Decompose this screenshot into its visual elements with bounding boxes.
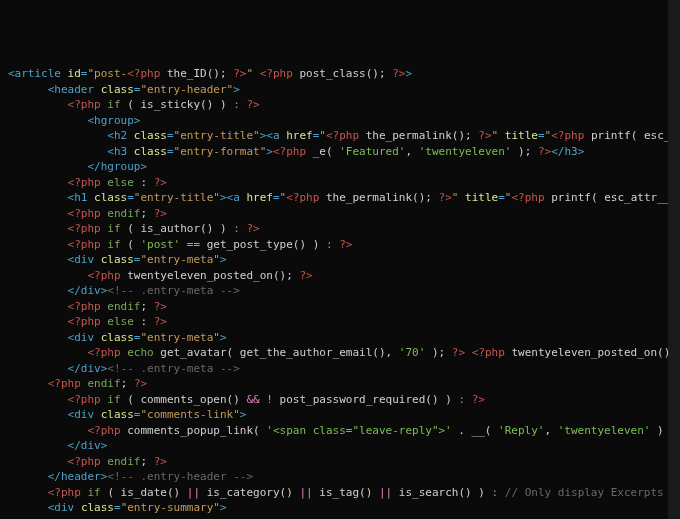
code-token: "entry-title" bbox=[174, 129, 260, 142]
code-token: = bbox=[167, 145, 174, 158]
code-token: ?> bbox=[538, 145, 551, 158]
code-token: > bbox=[405, 67, 412, 80]
code-token: </h3> bbox=[551, 145, 584, 158]
code-token: <?php bbox=[87, 346, 127, 359]
code-token: || bbox=[379, 486, 392, 499]
code-token: <h1 bbox=[68, 191, 95, 204]
code-token: <?php bbox=[273, 145, 313, 158]
code-token: endif bbox=[107, 300, 140, 313]
code-token: > bbox=[233, 83, 240, 96]
code-token: ?> bbox=[154, 176, 167, 189]
code-token: is_category() bbox=[200, 486, 299, 499]
code-token: printf( esc_attr__( bbox=[551, 191, 680, 204]
code-token: if bbox=[107, 238, 127, 251]
code-token: ?> bbox=[154, 315, 167, 328]
code-token: </div> bbox=[68, 284, 108, 297]
code-token: ?> bbox=[134, 377, 147, 390]
code-token: echo bbox=[127, 346, 160, 359]
code-token: twentyeleven_posted_on(); bbox=[511, 346, 680, 359]
code-token: <?php bbox=[551, 129, 591, 142]
code-token: = bbox=[273, 191, 280, 204]
code-token: comments_popup_link( bbox=[127, 424, 266, 437]
code-token: <?php bbox=[68, 393, 108, 406]
code-token: : bbox=[233, 98, 246, 111]
code-token: : bbox=[140, 176, 153, 189]
code-token: ; bbox=[140, 207, 153, 220]
code-token: = bbox=[114, 501, 121, 514]
code-token: endif bbox=[107, 207, 140, 220]
code-token: if bbox=[107, 393, 127, 406]
code-token: the_permalink(); bbox=[366, 129, 479, 142]
code-token: </header> bbox=[48, 470, 108, 483]
code-editor[interactable]: <article id="post-<?php the_ID(); ?>" <?… bbox=[8, 66, 672, 519]
code-token: '70' bbox=[399, 346, 426, 359]
code-token: else bbox=[107, 315, 140, 328]
code-token: the_ID(); bbox=[167, 67, 233, 80]
code-token: twentyeleven_posted_on(); bbox=[127, 269, 299, 282]
code-token: ?> bbox=[233, 67, 246, 80]
code-token: ?> bbox=[392, 67, 405, 80]
code-token: = bbox=[498, 191, 505, 204]
code-token: <?php bbox=[48, 377, 88, 390]
code-token: <?php bbox=[48, 486, 88, 499]
code-token: class bbox=[134, 129, 167, 142]
code-token: </div> bbox=[68, 362, 108, 375]
code-token: ?> bbox=[339, 238, 352, 251]
code-token: " bbox=[246, 67, 259, 80]
code-token: "entry-summary" bbox=[121, 501, 220, 514]
code-token: > bbox=[220, 501, 227, 514]
code-token: "entry-meta" bbox=[140, 331, 219, 344]
code-token: ?> bbox=[472, 393, 485, 406]
code-token: && ! bbox=[246, 393, 273, 406]
code-token: <hgroup> bbox=[87, 114, 140, 127]
code-token: if bbox=[107, 98, 127, 111]
code-token: <div bbox=[68, 408, 101, 421]
code-token: , bbox=[544, 424, 557, 437]
code-token: ?> bbox=[154, 207, 167, 220]
code-token: <?php bbox=[68, 98, 108, 111]
code-token: ; bbox=[140, 300, 153, 313]
code-token: class bbox=[101, 331, 134, 344]
code-token: <div bbox=[68, 253, 101, 266]
code-token: > bbox=[266, 145, 273, 158]
code-token: printf( esc_attr__( bbox=[591, 129, 680, 142]
code-token: ><a bbox=[260, 129, 287, 142]
code-token: ?> bbox=[246, 222, 259, 235]
code-token: title bbox=[465, 191, 498, 204]
code-token: href bbox=[286, 129, 313, 142]
code-token: endif bbox=[107, 455, 140, 468]
code-token: "entry-format" bbox=[174, 145, 267, 158]
code-token: || bbox=[299, 486, 312, 499]
code-token: ( bbox=[127, 238, 140, 251]
code-token: == bbox=[187, 238, 200, 251]
code-token: "entry-header" bbox=[140, 83, 233, 96]
code-token: 'Featured' bbox=[339, 145, 405, 158]
code-token: ?> bbox=[478, 129, 491, 142]
code-token: get_post_type() ) bbox=[200, 238, 326, 251]
code-token: <?php bbox=[68, 176, 108, 189]
code-token: " bbox=[492, 129, 505, 142]
code-token: 'Reply' bbox=[498, 424, 544, 437]
code-token: <?php bbox=[326, 129, 366, 142]
code-token: <?php bbox=[511, 191, 551, 204]
code-token: : bbox=[458, 393, 471, 406]
code-token: = bbox=[538, 129, 545, 142]
code-token: <!-- .entry-meta --> bbox=[107, 362, 239, 375]
code-token: ?> bbox=[246, 98, 259, 111]
code-token: // Only display Excerpts for Search bbox=[505, 486, 680, 499]
code-token: if bbox=[107, 222, 127, 235]
code-token: title bbox=[505, 129, 538, 142]
code-token: 'twentyeleven' bbox=[419, 145, 512, 158]
scrollbar-track[interactable] bbox=[668, 0, 680, 519]
code-token: 'post' bbox=[140, 238, 180, 251]
code-token: <?php bbox=[68, 300, 108, 313]
code-token: " bbox=[319, 129, 326, 142]
code-token: <?php bbox=[68, 455, 108, 468]
code-token: "post- bbox=[87, 67, 127, 80]
code-token: <!-- .entry-header --> bbox=[107, 470, 253, 483]
code-token: || bbox=[187, 486, 200, 499]
code-token: get_avatar( get_the_author_email(), bbox=[160, 346, 398, 359]
code-token: the_permalink(); bbox=[326, 191, 439, 204]
code-token: post_class(); bbox=[299, 67, 392, 80]
code-token: ?> <?php bbox=[452, 346, 512, 359]
